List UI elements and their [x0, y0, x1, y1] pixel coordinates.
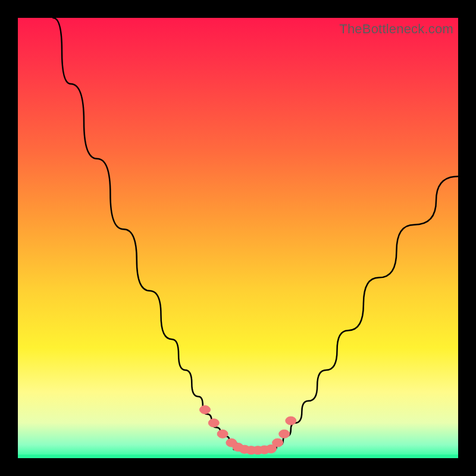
- bottom-green-band: [18, 455, 458, 458]
- valley-markers: [200, 406, 296, 455]
- valley-marker: [273, 439, 283, 447]
- outer-frame: TheBottleneck.com: [0, 0, 476, 476]
- right-curve: [273, 176, 458, 449]
- valley-marker: [286, 416, 296, 425]
- chart-svg: [18, 18, 458, 458]
- valley-marker: [279, 430, 290, 438]
- left-curve: [53, 18, 249, 449]
- valley-marker: [217, 430, 228, 438]
- plot-area: TheBottleneck.com: [18, 18, 458, 458]
- valley-marker: [208, 419, 219, 427]
- valley-marker: [200, 406, 211, 414]
